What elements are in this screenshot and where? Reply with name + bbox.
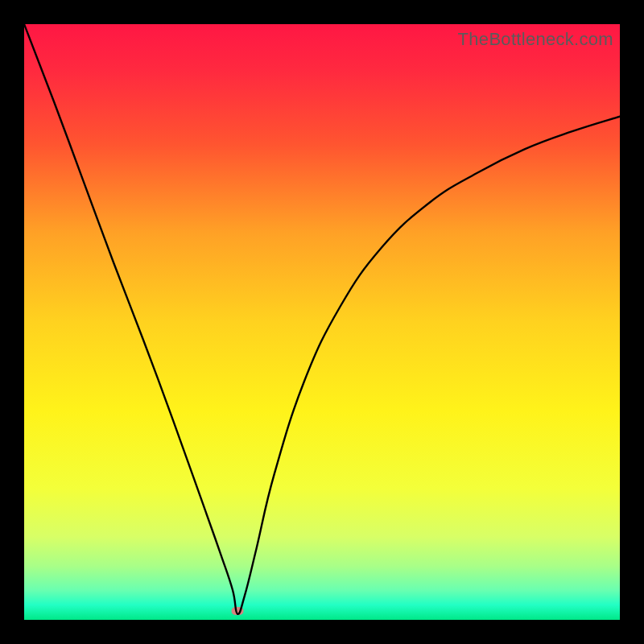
plot-inner (24, 24, 620, 620)
curve-layer (24, 24, 620, 620)
bottleneck-curve (24, 24, 620, 614)
watermark-text: TheBottleneck.com (458, 29, 613, 50)
plot-area: TheBottleneck.com (24, 24, 620, 620)
chart-frame: TheBottleneck.com (0, 0, 644, 644)
